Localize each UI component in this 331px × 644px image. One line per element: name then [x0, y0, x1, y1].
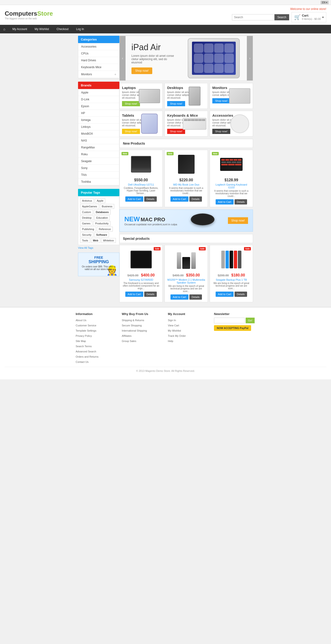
- brand-seagate[interactable]: Seagate: [78, 158, 119, 164]
- category-cpus[interactable]: CPUs: [78, 50, 119, 57]
- footer-contact[interactable]: Contact Us: [76, 360, 88, 363]
- footer-template[interactable]: Template Settings: [76, 329, 96, 332]
- list-item[interactable]: Toshiba: [78, 178, 119, 185]
- tag-games[interactable]: Games: [80, 221, 92, 226]
- promo-shop-btn[interactable]: Shop now!: [228, 217, 248, 224]
- slider-shop-btn[interactable]: Shop now!: [131, 68, 152, 74]
- list-item[interactable]: Keyboards Mice: [78, 64, 119, 71]
- brand-apple[interactable]: Apple: [78, 89, 119, 96]
- category-accessories[interactable]: Accessories: [78, 43, 119, 50]
- slider-next[interactable]: ›: [247, 36, 253, 80]
- list-item[interactable]: D-Link: [78, 96, 119, 103]
- tag-databases[interactable]: Databases: [94, 210, 111, 214]
- add-to-cart-btn-1[interactable]: Add to Cart: [170, 196, 188, 202]
- logo[interactable]: ComputersStore The biggest choice on the…: [5, 10, 53, 20]
- cart-dropdown-icon[interactable]: ▾: [322, 16, 324, 19]
- list-item[interactable]: Seagate: [78, 158, 119, 165]
- tag-applegames[interactable]: AppleGames: [80, 204, 99, 209]
- brand-iomega[interactable]: Iomega: [78, 117, 119, 123]
- nav-my-account[interactable]: My Account: [8, 25, 31, 33]
- tag-custom[interactable]: Custom: [80, 210, 93, 214]
- newsletter-go-btn[interactable]: Go!: [246, 318, 255, 323]
- tag-whitebox[interactable]: Whitebox: [101, 238, 116, 243]
- view-all-tags-link[interactable]: View All Tags: [78, 246, 93, 249]
- nav-login[interactable]: Log In: [72, 25, 88, 33]
- footer-shipping[interactable]: Shipping & Returns: [122, 319, 144, 322]
- brand-dlink[interactable]: D-Link: [78, 96, 119, 103]
- list-item[interactable]: Monitors+: [78, 71, 119, 78]
- nav-my-wishlist[interactable]: My Wishlist: [31, 25, 53, 33]
- footer-advanced-search[interactable]: Advanced Search: [76, 350, 96, 353]
- tag-reference[interactable]: Reference: [97, 227, 113, 232]
- list-item[interactable]: NAS: [78, 137, 119, 144]
- list-item[interactable]: CPUs: [78, 50, 119, 57]
- add-to-cart-btn-s0[interactable]: Add to Cart: [125, 292, 143, 297]
- add-to-cart-btn-s2[interactable]: Add to Cart: [216, 292, 234, 297]
- newsletter-email-input[interactable]: [214, 318, 245, 323]
- footer-view-cart[interactable]: View Cart: [168, 324, 179, 327]
- add-to-cart-btn-s1[interactable]: Add to Cart: [170, 294, 188, 300]
- product-name-s1[interactable]: M3200™ Modern 2.1 Multimedia Speaker Sys…: [167, 278, 205, 284]
- category-monitors[interactable]: Monitors+: [78, 71, 119, 78]
- category-hard-drives[interactable]: Hard Drives: [78, 57, 119, 64]
- footer-wishlist[interactable]: My Wishlist: [168, 329, 181, 332]
- add-to-cart-btn-0[interactable]: Add to Cart: [125, 196, 143, 202]
- brand-nas[interactable]: NAS: [78, 137, 119, 144]
- tag-web[interactable]: Web: [91, 238, 100, 243]
- tag-business[interactable]: Business: [100, 204, 114, 209]
- tag-publishing[interactable]: Publishing: [80, 227, 96, 232]
- footer-privacy[interactable]: Privacy Policy: [76, 334, 92, 337]
- brand-hp[interactable]: HP: [78, 110, 119, 116]
- tag-apple[interactable]: Apple: [95, 198, 105, 203]
- slider-prev[interactable]: ‹: [120, 36, 126, 80]
- list-item[interactable]: Hard Drives: [78, 57, 119, 64]
- language-selector[interactable]: EN ▾: [321, 1, 329, 4]
- brand-linksys[interactable]: Linksys: [78, 124, 119, 130]
- footer-track[interactable]: Track My Order: [168, 334, 186, 337]
- brand-toshiba[interactable]: Toshiba: [78, 178, 119, 185]
- brand-tivo[interactable]: TiVo: [78, 172, 119, 178]
- footer-secure[interactable]: Secure Shopping: [122, 324, 142, 327]
- search-input[interactable]: [232, 14, 275, 20]
- list-item[interactable]: RangeMax: [78, 144, 119, 151]
- list-item[interactable]: Iomega: [78, 117, 119, 124]
- product-name-2[interactable]: Logitech Gaming Keyboard G103: [212, 183, 250, 189]
- product-name-s0[interactable]: Samsung S27A950D: [122, 278, 160, 281]
- tag-software[interactable]: Software: [94, 232, 109, 237]
- list-item[interactable]: Roku: [78, 151, 119, 158]
- list-item[interactable]: HP: [78, 110, 119, 117]
- tag-desktop[interactable]: Desktop: [80, 216, 93, 220]
- details-btn-1[interactable]: Details: [189, 196, 202, 202]
- tag-productivity[interactable]: Productivity: [93, 221, 110, 226]
- tag-tools[interactable]: Tools: [80, 238, 90, 243]
- product-name-0[interactable]: Dell UltraSharp U2711: [122, 183, 160, 186]
- list-item[interactable]: Linksys: [78, 124, 119, 130]
- nav-checkout[interactable]: Checkout: [53, 25, 72, 33]
- tag-education[interactable]: Education: [94, 216, 110, 220]
- product-name-s2[interactable]: Seagate Backup Plus 1 TB: [212, 278, 250, 281]
- footer-group-sales[interactable]: Group Sales: [122, 340, 136, 342]
- footer-sitemap[interactable]: Site Map: [76, 340, 86, 342]
- nav-home[interactable]: ⌂: [0, 25, 8, 33]
- search-button[interactable]: Search: [275, 14, 289, 20]
- footer-sign-in[interactable]: Sign In: [168, 319, 176, 322]
- brand-mvixbox[interactable]: MvixBOX: [78, 130, 119, 137]
- cart-widget[interactable]: 🛒 Cart: 0 item(s) - $0.00 ▾: [292, 12, 326, 22]
- list-item[interactable]: Accessories: [78, 43, 119, 50]
- list-item[interactable]: Epson: [78, 103, 119, 110]
- details-btn-2[interactable]: Details: [235, 199, 247, 204]
- list-item[interactable]: Sony: [78, 165, 119, 172]
- add-to-cart-btn-2[interactable]: Add to Cart: [216, 199, 234, 204]
- list-item[interactable]: MvixBOX: [78, 130, 119, 137]
- details-btn-s2[interactable]: Details: [235, 292, 247, 297]
- tag-antivirus[interactable]: Antivirus: [80, 198, 94, 203]
- list-item[interactable]: TiVo: [78, 172, 119, 178]
- brand-roku[interactable]: Roku: [78, 151, 119, 158]
- product-name-1[interactable]: WD My Book Live Duo: [167, 183, 205, 186]
- brand-sony[interactable]: Sony: [78, 165, 119, 171]
- brand-rangemax[interactable]: RangeMax: [78, 144, 119, 151]
- footer-intl-shipping[interactable]: International Shipping: [122, 329, 147, 332]
- footer-customer-service[interactable]: Customer Service: [76, 324, 96, 327]
- details-btn-s0[interactable]: Details: [144, 292, 157, 297]
- tag-security[interactable]: Security: [80, 232, 93, 237]
